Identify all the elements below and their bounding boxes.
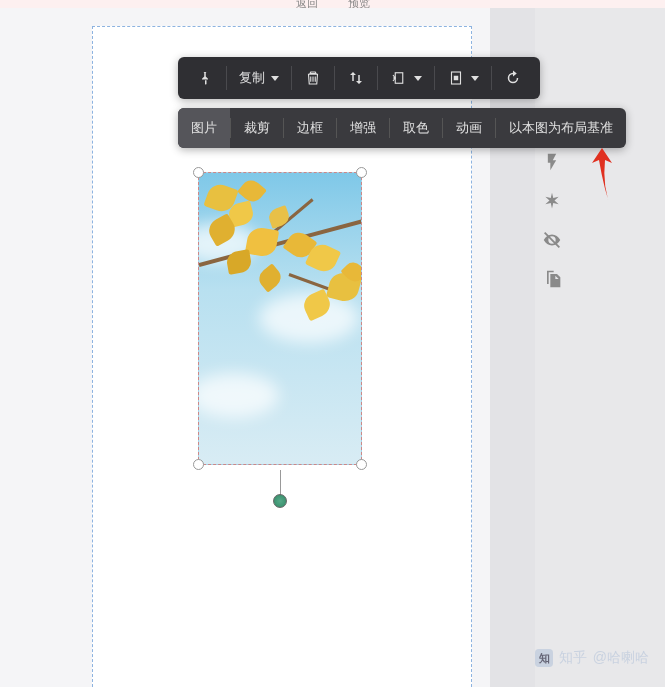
top-nav: 返回 预览 — [0, 0, 665, 8]
watermark-platform: 知乎 — [559, 649, 587, 667]
rotate-line — [280, 470, 281, 496]
tab-border[interactable]: 边框 — [284, 108, 336, 148]
tab-layout-base[interactable]: 以本图为布局基准 — [496, 108, 626, 148]
image-content — [199, 173, 361, 464]
tab-image[interactable]: 图片 — [178, 108, 230, 148]
copy-files-icon[interactable] — [540, 267, 564, 291]
chevron-down-icon — [414, 76, 422, 81]
tab-color-pick[interactable]: 取色 — [390, 108, 442, 148]
swap-button[interactable] — [335, 57, 377, 99]
toolbar-secondary: 图片 裁剪 边框 增强 取色 动画 以本图为布局基准 — [178, 108, 626, 148]
resize-handle-bl[interactable] — [193, 459, 204, 470]
sidebar-icons — [534, 150, 570, 291]
svg-rect-2 — [454, 76, 459, 81]
pin-button[interactable] — [184, 57, 226, 99]
toolbar-primary: 复制 — [178, 57, 540, 99]
align-button[interactable] — [378, 57, 434, 99]
watermark-author: @哈喇哈 — [593, 649, 649, 667]
svg-rect-0 — [395, 73, 403, 84]
align-center-button[interactable] — [435, 57, 491, 99]
chevron-down-icon — [271, 76, 279, 81]
rotate-handle[interactable] — [273, 494, 287, 508]
rotate-button[interactable] — [492, 57, 534, 99]
selected-image[interactable] — [198, 172, 362, 465]
delete-button[interactable] — [292, 57, 334, 99]
lightning-icon[interactable] — [540, 150, 564, 174]
resize-handle-br[interactable] — [356, 459, 367, 470]
arrow-annotation — [582, 145, 622, 215]
resize-handle-tr[interactable] — [356, 167, 367, 178]
svg-text:知: 知 — [537, 652, 549, 664]
copy-button[interactable]: 复制 — [227, 57, 291, 99]
copy-label: 复制 — [239, 69, 265, 87]
tab-crop[interactable]: 裁剪 — [231, 108, 283, 148]
asterisk-icon[interactable] — [540, 189, 564, 213]
resize-handle-tl[interactable] — [193, 167, 204, 178]
chevron-down-icon — [471, 76, 479, 81]
watermark: 知 知乎 @哈喇哈 — [535, 649, 649, 667]
tab-animation[interactable]: 动画 — [443, 108, 495, 148]
visibility-off-icon[interactable] — [540, 228, 564, 252]
tab-enhance[interactable]: 增强 — [337, 108, 389, 148]
